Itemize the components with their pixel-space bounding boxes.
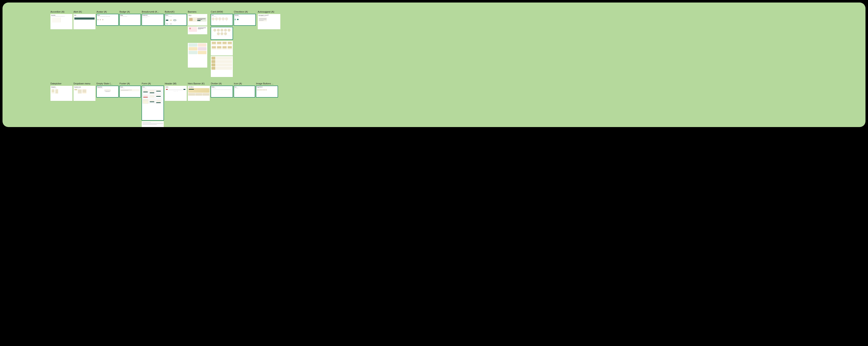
frame-title: Datepicker xyxy=(51,86,72,88)
alert-bar xyxy=(74,19,95,20)
frame-banner-3[interactable] xyxy=(188,43,207,68)
section-label-divider[interactable]: Divider (A) xyxy=(211,82,232,85)
frame-desc: Icon description. xyxy=(234,88,255,89)
frame-desc: Search suggestion description. xyxy=(258,16,280,17)
frame-divider[interactable]: Divider Divider description. xyxy=(211,86,233,97)
frame-form-1[interactable]: Form Form description. xyxy=(142,86,164,120)
primary-button: Btn xyxy=(166,20,168,21)
frame-title: Icon xyxy=(234,86,255,88)
section-label-banners[interactable]: Banners xyxy=(188,10,209,13)
section-label-card[interactable]: Card (AKM) xyxy=(211,10,232,13)
avatar-icon xyxy=(97,19,99,20)
frame-title: Form xyxy=(142,86,164,88)
section-label-empty[interactable]: Empty State (... xyxy=(96,82,118,85)
empty-sample xyxy=(96,89,119,93)
frame-desc: Short description placeholder. xyxy=(120,16,141,17)
frame-desc: Divider description. xyxy=(211,88,233,89)
frame-title: Avatar xyxy=(96,14,119,16)
frame-desc: Description. xyxy=(188,16,207,17)
nav-item: Nav xyxy=(174,91,175,91)
banner-hero-sample xyxy=(189,18,207,22)
frame-desc: Description placeholder. xyxy=(73,88,95,89)
frame-badge[interactable]: Badge Short description placeholder. xyxy=(120,14,141,26)
datepicker-sample xyxy=(51,89,71,94)
section-label-accordion[interactable]: Accordion (A) xyxy=(51,10,71,13)
section-label-datepicker[interactable]: Datepicker xyxy=(51,82,71,85)
divider-line xyxy=(212,90,232,90)
frame-datepicker[interactable]: Datepicker Description placeholder. xyxy=(51,86,72,101)
dropdown-sample xyxy=(74,89,95,94)
frame-imgbtn[interactable]: Image Buttons Description. xyxy=(256,86,278,97)
section-label-badge[interactable]: Badge (A) xyxy=(120,10,141,13)
frame-alert[interactable]: Alert Short description text here. xyxy=(73,14,95,29)
disabled-button: Btn xyxy=(169,24,172,25)
section-label-checkbox[interactable]: Checkbox (A) xyxy=(234,10,255,13)
section-label-header[interactable]: Header (M) xyxy=(165,82,186,85)
banner-split-sample xyxy=(189,27,207,32)
search-input xyxy=(168,89,183,90)
frame-hero[interactable]: Hero Banner xyxy=(188,86,210,101)
frame-autosuggest[interactable]: Autosuggest or search?? Search suggestio… xyxy=(258,14,280,29)
form-extra xyxy=(142,121,164,126)
cta-button xyxy=(183,89,185,90)
frame-title: Image Buttons xyxy=(256,86,278,88)
section-label-avatar[interactable]: Avatar (A) xyxy=(96,10,118,13)
frame-title: Accordion xyxy=(51,14,72,16)
section-label-hero[interactable]: Hero Banner (K) xyxy=(188,82,209,85)
nav-item: Nav xyxy=(177,91,178,91)
frame-form-2[interactable] xyxy=(142,121,164,127)
checkbox-unchecked-icon xyxy=(235,19,236,20)
image-button-row xyxy=(256,89,278,91)
breadcrumb-sample: Home › Page › Item xyxy=(142,17,164,19)
section-label-autosuggest[interactable]: Autosuggest (A) xyxy=(258,10,281,13)
frame-desc: Description placeholder. xyxy=(51,88,72,89)
nav-item: Nav xyxy=(176,91,176,91)
header-sample: Nav Nav Nav xyxy=(165,89,186,92)
frame-card-1[interactable]: Card Card description text. item item it… xyxy=(211,14,233,26)
section-label-footer[interactable]: Footer (A) xyxy=(120,82,141,85)
figma-canvas[interactable]: Accordion (A) Alert (K) Avatar (A) Badge… xyxy=(2,2,866,127)
frame-title: Checkbox xyxy=(234,14,256,16)
frame-title: Divider xyxy=(211,86,233,88)
frame-title: Badge xyxy=(120,14,141,16)
frame-title: Alert xyxy=(73,14,95,16)
section-label-button[interactable]: Button(K) xyxy=(165,10,186,13)
section-label-icon[interactable]: Icon (A) xyxy=(234,82,255,85)
frame-empty[interactable]: Empty State Empty state description. xyxy=(96,86,119,97)
frame-accordion[interactable]: Accordion Lorem ipsum component descript… xyxy=(51,14,72,29)
frame-card-2[interactable] xyxy=(211,27,233,39)
section-label-imgbtn[interactable]: Image Buttons ... xyxy=(256,82,279,85)
frame-card-3[interactable] xyxy=(211,41,233,56)
frame-title: Card xyxy=(211,14,233,16)
frame-button[interactable]: Button Button variants description. Btn … xyxy=(165,14,187,26)
frame-desc: Footer description. xyxy=(120,88,141,89)
frame-dropdown[interactable]: Dropdown menu Description placeholder. xyxy=(73,86,95,101)
section-label-form[interactable]: Form (A) xyxy=(142,82,163,85)
frame-breadcrumb[interactable]: Breadcrumb Navigation aid description te… xyxy=(142,14,164,26)
section-label-alert[interactable]: Alert (K) xyxy=(73,10,94,13)
outline-button: Btn xyxy=(173,20,176,21)
frame-banner-1[interactable]: Banner Description. xyxy=(188,14,207,26)
logo-icon xyxy=(166,89,168,90)
avatar-icon xyxy=(102,19,103,20)
product-tall-cards xyxy=(211,41,233,51)
form-samples xyxy=(142,89,164,104)
section-label-breadcrumb[interactable]: Breadcrumb (K... xyxy=(142,10,163,13)
frame-title: Breadcrumb xyxy=(142,14,164,16)
disabled-button: Btn xyxy=(166,24,168,25)
frame-avatar[interactable]: Avatar Avatars are visual representation… xyxy=(96,14,119,26)
frame-title: Autosuggest or search?? xyxy=(258,14,280,16)
frame-banner-2[interactable] xyxy=(188,26,207,34)
frame-icon[interactable]: Icon Icon description. xyxy=(234,86,255,97)
frame-footer[interactable]: Footer Footer description. xyxy=(120,86,141,97)
accordion-row xyxy=(52,18,61,19)
frame-title: Hero Banner xyxy=(188,86,210,88)
suggest-dropdown xyxy=(258,18,267,22)
frame-card-4[interactable] xyxy=(211,56,233,77)
frame-header[interactable]: Header Nav Nav Nav xyxy=(165,86,187,101)
frame-title: Header xyxy=(165,86,187,88)
frame-checkbox[interactable]: Checkbox Checkbox description. xyxy=(234,14,256,26)
accordion-row xyxy=(52,20,61,21)
checkbox-checked-icon xyxy=(237,19,239,20)
section-label-dropdown[interactable]: Dropdown menu xyxy=(73,82,94,85)
